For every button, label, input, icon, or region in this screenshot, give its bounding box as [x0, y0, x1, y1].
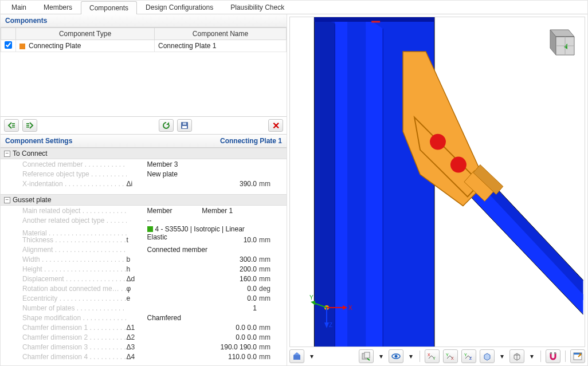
- main-tabs: Main Members Components Design Configura…: [1, 1, 587, 14]
- prop-value[interactable]: 200.0: [147, 265, 260, 273]
- color-swatch: [19, 44, 25, 49]
- refresh-button[interactable]: [159, 119, 174, 132]
- prop-value[interactable]: New plate: [147, 170, 260, 178]
- cell-name[interactable]: Connecting Plate 1: [155, 40, 287, 52]
- prop-symbol: φ: [127, 285, 147, 293]
- indent-right-button[interactable]: [22, 119, 37, 132]
- prop-value[interactable]: 1: [147, 304, 260, 312]
- dropdown-icon[interactable]: ▾: [528, 349, 536, 363]
- prop-value[interactable]: MemberMember 1: [147, 207, 260, 215]
- prop-symbol: b: [127, 255, 147, 263]
- prop-value[interactable]: 0.0: [147, 285, 260, 293]
- svg-point-52: [395, 355, 398, 358]
- tab-components[interactable]: Components: [81, 1, 137, 14]
- property-row[interactable]: Main related object . . . . . . . . . . …: [1, 206, 287, 215]
- row-checkbox[interactable]: [5, 41, 12, 49]
- show-whole-model-button[interactable]: [289, 349, 304, 363]
- property-row[interactable]: Chamfer dimension 2 . . . . . . . . . . …: [1, 332, 287, 342]
- property-row[interactable]: Thickness . . . . . . . . . . . . . . . …: [1, 235, 287, 245]
- prop-label: Main related object . . . . . . . . . . …: [14, 207, 127, 215]
- view-yx-button[interactable]: YX: [443, 349, 458, 363]
- dropdown-icon[interactable]: ▾: [498, 349, 506, 363]
- prop-value[interactable]: 0.0 0.0: [147, 324, 260, 332]
- prop-value[interactable]: 300.0: [147, 255, 260, 263]
- svg-marker-13: [366, 17, 383, 347]
- prop-unit: mm: [259, 324, 283, 332]
- prop-value[interactable]: 190.0 190.0: [147, 343, 260, 351]
- magnet-snap-button[interactable]: [546, 349, 560, 363]
- property-row[interactable]: Another related object type . . . . . . …: [1, 215, 287, 225]
- view-xy-button[interactable]: XY: [425, 349, 440, 363]
- tab-design-configurations[interactable]: Design Configurations: [137, 1, 222, 14]
- tab-plausibility-check[interactable]: Plausibility Check: [222, 1, 293, 14]
- delete-button[interactable]: ✕: [268, 119, 283, 132]
- group-label: Gusset plate: [13, 196, 51, 204]
- settings-title: Component Settings: [5, 137, 72, 145]
- prop-symbol: t: [127, 236, 147, 244]
- prop-unit: mm: [259, 236, 283, 244]
- property-row[interactable]: Chamfer dimension 1 . . . . . . . . . . …: [1, 322, 287, 332]
- table-row[interactable]: Connecting Plate Connecting Plate 1: [1, 40, 287, 52]
- dropdown-icon[interactable]: ▾: [308, 349, 316, 363]
- svg-rect-63: [550, 352, 552, 354]
- property-row[interactable]: Material . . . . . . . . . . . . . . . .…: [1, 225, 287, 235]
- prop-symbol: Δ4: [127, 353, 147, 361]
- view-yz-button[interactable]: YZ: [461, 349, 476, 363]
- new-window-button[interactable]: [570, 349, 585, 363]
- iso-view-button[interactable]: [480, 349, 495, 363]
- prop-label: Chamfer dimension 3 . . . . . . . . . . …: [14, 343, 127, 351]
- property-row[interactable]: Rotation about connected me… . . . . . .…: [1, 284, 287, 293]
- svg-rect-64: [554, 352, 556, 354]
- property-tree[interactable]: −To ConnectConnected member . . . . . . …: [1, 148, 287, 365]
- components-table: Component Type Component Name Connecting…: [1, 27, 287, 116]
- svg-marker-45: [324, 322, 329, 328]
- property-row[interactable]: Number of plates . . . . . . . . . . . .…: [1, 303, 287, 313]
- prop-label: Chamfer dimension 2 . . . . . . . . . . …: [14, 333, 127, 341]
- svg-rect-2: [12, 127, 15, 128]
- collapse-icon[interactable]: −: [4, 151, 10, 157]
- property-group[interactable]: −To Connect: [1, 148, 287, 159]
- column-name[interactable]: Component Name: [155, 28, 287, 40]
- property-row[interactable]: Chamfer dimension 3 . . . . . . . . . . …: [1, 342, 287, 352]
- 3d-viewport[interactable]: X Y Z: [289, 17, 585, 347]
- prop-unit: mm: [259, 294, 283, 302]
- prop-unit: deg: [259, 285, 283, 293]
- cell-type: Connecting Plate: [29, 42, 81, 50]
- save-button[interactable]: [177, 119, 192, 132]
- dropdown-icon[interactable]: ▾: [407, 349, 415, 363]
- prop-value[interactable]: Chamfered: [147, 314, 260, 322]
- prop-value[interactable]: Connected member: [147, 246, 260, 254]
- property-row[interactable]: Width . . . . . . . . . . . . . . . . . …: [1, 254, 287, 264]
- property-row[interactable]: Shape modification . . . . . . . . . . .…: [1, 313, 287, 322]
- property-row[interactable]: Chamfer dimension 4 . . . . . . . . . . …: [1, 352, 287, 361]
- prop-value[interactable]: 0.0 0.0: [147, 333, 260, 341]
- property-row[interactable]: X-indentation . . . . . . . . . . . . . …: [1, 179, 287, 188]
- svg-line-41: [314, 303, 327, 308]
- prop-value[interactable]: --: [147, 217, 260, 225]
- svg-marker-39: [343, 305, 347, 310]
- property-row[interactable]: Displacement . . . . . . . . . . . . . .…: [1, 274, 287, 284]
- tab-main[interactable]: Main: [3, 1, 35, 14]
- property-row[interactable]: Connected member . . . . . . . . . . . .…: [1, 159, 287, 169]
- property-row[interactable]: Reference object type . . . . . . . . . …: [1, 169, 287, 179]
- prop-symbol: Δi: [127, 180, 147, 188]
- property-row[interactable]: Alignment . . . . . . . . . . . . . . . …: [1, 245, 287, 254]
- wireframe-button[interactable]: [509, 349, 524, 363]
- property-row[interactable]: Height . . . . . . . . . . . . . . . . .…: [1, 264, 287, 274]
- property-group[interactable]: −Gusset plate: [1, 194, 287, 206]
- prop-value[interactable]: 160.0: [147, 275, 260, 283]
- prop-value[interactable]: 10.0: [147, 236, 260, 244]
- prop-value[interactable]: 390.0: [147, 180, 260, 188]
- view-copy-button[interactable]: [359, 349, 374, 363]
- collapse-icon[interactable]: −: [4, 197, 10, 203]
- show-hide-button[interactable]: [389, 349, 403, 363]
- column-type[interactable]: Component Type: [16, 28, 155, 40]
- prop-value[interactable]: 0.0: [147, 294, 260, 302]
- indent-left-button[interactable]: [4, 119, 19, 132]
- prop-value[interactable]: 110.0 0.0: [147, 353, 260, 361]
- dropdown-icon[interactable]: ▾: [377, 349, 385, 363]
- tab-members[interactable]: Members: [35, 1, 81, 14]
- property-row[interactable]: Eccentricity . . . . . . . . . . . . . .…: [1, 293, 287, 303]
- navigation-cube[interactable]: [539, 23, 579, 63]
- prop-value[interactable]: Member 3: [147, 160, 260, 168]
